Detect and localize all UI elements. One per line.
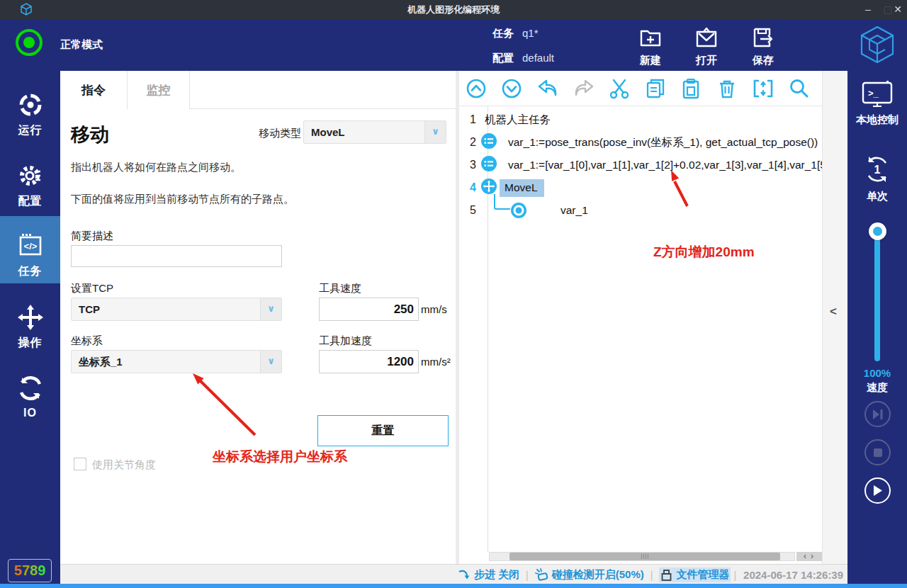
single-cycle-button[interactable]: 1 单次 [847,154,907,203]
close-button[interactable]: ✕ [887,0,907,19]
line-number: 1 [459,113,483,126]
tree-row-assign-2[interactable]: 3 var_1:=[var_1[0],var_1[1],var_1[2]+0.0… [459,154,822,176]
minimize-button[interactable]: – [857,0,879,19]
paste-button[interactable] [679,76,704,101]
scrollbar-arrows[interactable]: ‹› [796,552,822,561]
move-type-label: 移动类型 [259,127,301,140]
collision-status[interactable]: 碰撞检测开启(50%) [535,568,644,582]
svg-text:</>: </> [23,241,37,251]
tab-instruction[interactable]: 指令 [60,71,128,109]
frame-select[interactable]: 坐标系_1 ∨ [71,350,282,373]
sidebar-item-run[interactable]: 运行 [0,84,60,147]
tool-speed-input[interactable] [319,298,419,321]
sidebar-item-io[interactable]: IO [0,367,60,431]
step-mode-status[interactable]: 步进 关闭 [458,568,519,582]
paste-icon [680,78,702,99]
chevron-left-icon[interactable]: < [830,305,837,319]
new-file-icon [629,25,672,53]
counter-digit: 9 [38,562,45,578]
search-button[interactable] [786,76,811,101]
cut-button[interactable] [607,76,632,101]
move-up-icon [466,78,487,99]
search-icon [788,78,809,99]
line-number: 4 [459,181,483,194]
single-cycle-icon: 1 [862,154,892,184]
scrollbar-thumb[interactable] [509,553,780,560]
brief-description-input[interactable] [71,245,282,267]
move-arrows-icon [0,303,60,334]
bottom-accent-line [0,584,907,588]
chevron-down-icon: ∨ [424,121,446,143]
tree-row-movel[interactable]: 4 MoveL [459,176,822,199]
sidebar-item-label: 运行 [0,123,60,138]
speed-slider-thumb[interactable] [869,222,886,240]
window-titlebar: 机器人图形化编程环境 – ▢ ✕ [0,0,907,19]
use-joint-angle-checkbox[interactable] [74,458,86,470]
window-title: 机器人图形化编程环境 [0,0,907,19]
redo-button[interactable] [571,76,597,101]
tool-accel-input[interactable] [319,350,419,373]
play-icon [872,485,883,497]
tree-row-text: var_1:=pose_trans(pose_inv(坐标系_1), get_a… [508,135,818,150]
tab-monitor[interactable]: 监控 [128,71,190,109]
line-number: 3 [459,159,483,171]
collapse-strip: < [822,71,847,564]
step-forward-button[interactable] [864,401,891,427]
play-button[interactable] [864,477,891,504]
frame-label: 坐标系 [71,334,103,348]
waypoint-icon [510,202,527,222]
reset-button[interactable]: 重置 [317,415,449,446]
single-cycle-label: 单次 [847,190,907,203]
move-down-icon [501,78,522,99]
undo-button[interactable] [535,76,560,101]
local-control-button[interactable]: >_ 本地控制 [847,81,907,127]
description-line-1: 指出机器人将如何在路点之间移动。 [71,161,241,174]
copy-button[interactable] [643,76,668,101]
move-down-button[interactable] [500,76,525,101]
tool-accel-label: 工具加速度 [319,334,372,348]
new-task-button[interactable]: 新建 [629,23,672,67]
mode-label: 正常模式 [60,38,103,52]
replace-button[interactable] [750,76,776,101]
tcp-select[interactable]: TCP ∨ [71,298,282,321]
use-joint-angle-label: 使用关节角度 [92,458,156,472]
annotation-frame-note: 坐标系选择用户坐标系 [213,448,347,466]
chevron-down-icon: ∨ [260,351,281,373]
sidebar-item-config[interactable]: 配置 [0,154,60,218]
file-manager-button[interactable]: 文件管理器 [659,567,731,582]
sidebar-item-operate[interactable]: 操作 [0,296,60,360]
horizontal-scrollbar[interactable] [489,552,795,561]
move-type-select[interactable]: MoveL ∨ [303,120,446,144]
line-number: 2 [459,136,483,149]
task-label: 任务 [492,27,514,39]
move-up-button[interactable] [463,76,489,101]
save-file-icon [741,25,785,53]
svg-text:1: 1 [874,164,881,176]
trash-icon [716,78,738,99]
file-manager-label: 文件管理器 [676,568,729,582]
tree-row-waypoint[interactable]: 5 var_1 [459,199,822,222]
tree-row-assign-1[interactable]: 2 var_1:=pose_trans(pose_inv(坐标系_1), get… [459,131,822,154]
open-task-button[interactable]: 打开 [685,23,728,67]
stop-button[interactable] [864,439,891,465]
program-tree: 1 机器人主任务 2 var_1:=pose_trans(pose_inv(坐标… [459,106,822,552]
speed-slider-track[interactable] [874,228,880,361]
terminal-icon: >_ [861,81,894,108]
annotation-z-note: Z方向增加20mm [653,243,755,261]
save-task-button[interactable]: 保存 [741,23,785,67]
open-file-icon [685,25,728,53]
tree-row-main-task[interactable]: 1 机器人主任务 [459,108,822,131]
tree-row-text: var_1 [560,204,588,217]
config-field: 配置default [492,52,554,65]
save-task-label: 保存 [741,54,785,67]
sidebar-item-label: 操作 [0,336,60,351]
task-value: q1* [522,27,539,39]
collision-label: 碰撞检测开启(50%) [552,568,644,582]
tree-row-text: var_1:=[var_1[0],var_1[1],var_1[2]+0.02,… [508,159,822,171]
divider: | [733,570,736,581]
tcp-label: 设置TCP [71,282,113,295]
sidebar-item-task[interactable]: </> 任务 [0,216,60,283]
program-counter[interactable]: 5789 [8,559,52,582]
program-tree-panel: 1 机器人主任务 2 var_1:=pose_trans(pose_inv(坐标… [459,71,822,564]
delete-button[interactable] [714,76,740,101]
